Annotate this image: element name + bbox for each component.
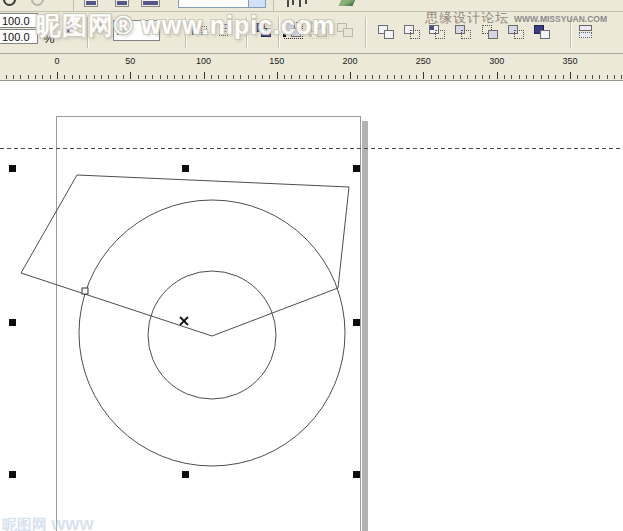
- nipic-watermark: 昵图网® www.nipic.com: [36, 9, 335, 42]
- ruler-label: 350: [562, 56, 577, 66]
- selection-handle[interactable]: [9, 165, 16, 172]
- drawing-canvas[interactable]: [0, 81, 623, 531]
- scale-horizontal-field[interactable]: [0, 13, 38, 28]
- selection-handle[interactable]: [353, 319, 360, 326]
- redo-icon: [31, 0, 44, 6]
- clipped-text-mark: [299, 0, 301, 7]
- zoom-level-combobox[interactable]: ▼: [178, 0, 266, 8]
- ruler-label: 300: [489, 56, 504, 66]
- scale-vertical-field[interactable]: [0, 29, 38, 44]
- selection-handle[interactable]: [182, 471, 189, 478]
- clipped-text-mark: [305, 0, 307, 4]
- missyuan-cn-text: 思缘设计论坛: [425, 10, 509, 25]
- selection-handle[interactable]: [182, 165, 189, 172]
- missyuan-watermark: 思缘设计论坛 WWW.MISSYUAN.COM: [425, 9, 607, 27]
- drawing-svg[interactable]: [0, 81, 623, 531]
- trim-button[interactable]: [403, 24, 423, 42]
- horizontal-ruler[interactable]: 050100150200250300350: [0, 54, 623, 81]
- ruler-label: 100: [196, 56, 211, 66]
- undo-icon[interactable]: [3, 0, 16, 6]
- weld-button[interactable]: [377, 24, 397, 42]
- ruler-label: 150: [269, 56, 284, 66]
- selection-handle[interactable]: [9, 319, 16, 326]
- coreldraw-window: ▼ %: [0, 0, 623, 531]
- selection-handle[interactable]: [353, 471, 360, 478]
- ruler-scale: 050100150200250300350: [0, 54, 623, 80]
- export-icon[interactable]: [115, 0, 129, 7]
- clipped-text-mark: [292, 0, 294, 5]
- ruler-label: 200: [343, 56, 358, 66]
- toolbar-separator: [365, 17, 366, 48]
- ruler-label: 50: [125, 56, 135, 66]
- ruler-label: 250: [416, 56, 431, 66]
- snap-settings-icon[interactable]: [339, 0, 358, 6]
- selection-handle[interactable]: [9, 471, 16, 478]
- clipped-text-mark: [287, 0, 289, 7]
- ruler-label: 0: [54, 56, 59, 66]
- import-icon[interactable]: [84, 0, 98, 7]
- missyuan-en-text: WWW.MISSYUAN.COM: [514, 14, 607, 24]
- ungroup-all-button: [336, 22, 356, 40]
- chevron-down-icon[interactable]: ▼: [248, 0, 265, 7]
- application-launcher-icon[interactable]: [141, 0, 160, 7]
- nipic-bottom-watermark: 昵图网 WWW: [2, 516, 94, 531]
- selection-handle[interactable]: [353, 165, 360, 172]
